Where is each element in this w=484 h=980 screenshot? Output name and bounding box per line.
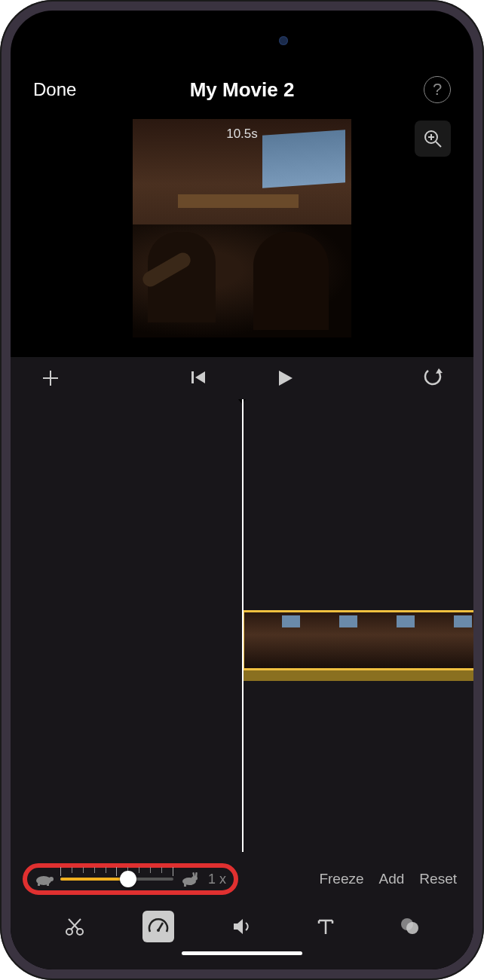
timeline[interactable] <box>11 399 473 852</box>
add-media-button[interactable] <box>41 368 60 388</box>
rabbit-icon <box>179 871 199 887</box>
speed-actions: Freeze Add Reset <box>319 871 457 887</box>
playhead[interactable] <box>242 399 244 852</box>
svg-point-31 <box>406 922 418 934</box>
help-button[interactable]: ? <box>424 76 451 103</box>
speed-controls-row: 1 x Freeze Add Reset <box>11 852 473 903</box>
svg-line-22 <box>69 919 78 930</box>
filters-icon <box>399 916 420 937</box>
text-icon <box>316 917 335 936</box>
turtle-icon <box>35 872 54 887</box>
speed-slider-control: 1 x <box>27 868 234 890</box>
audio-track[interactable] <box>242 670 473 681</box>
preview-area: 10.5s <box>11 116 473 357</box>
zoom-button[interactable] <box>415 121 451 157</box>
speed-multiplier: 1 x <box>208 872 226 887</box>
video-preview[interactable]: 10.5s <box>133 119 351 337</box>
dynamic-island <box>185 26 299 56</box>
slider-thumb[interactable] <box>120 871 136 887</box>
svg-marker-25 <box>234 919 243 934</box>
undo-button[interactable] <box>422 368 443 389</box>
svg-point-11 <box>49 877 54 881</box>
reset-speed-button[interactable]: Reset <box>419 871 457 887</box>
scissors-icon <box>64 916 85 937</box>
speed-slider[interactable] <box>60 878 173 881</box>
svg-point-24 <box>157 929 160 932</box>
undo-icon <box>422 368 443 389</box>
screen: Done My Movie 2 ? 10.5s <box>11 11 473 969</box>
titles-tool[interactable] <box>310 911 342 942</box>
speedometer-icon <box>147 915 170 938</box>
play-icon <box>275 368 295 388</box>
playback-bar <box>11 357 473 399</box>
magnifier-plus-icon <box>423 129 443 148</box>
question-icon: ? <box>433 80 442 99</box>
done-button[interactable]: Done <box>33 79 76 100</box>
svg-rect-6 <box>191 371 194 383</box>
freeze-button[interactable]: Freeze <box>319 871 363 887</box>
svg-line-1 <box>436 142 441 147</box>
speaker-icon <box>231 916 253 937</box>
svg-rect-18 <box>184 884 186 887</box>
add-speed-button[interactable]: Add <box>379 871 405 887</box>
svg-marker-9 <box>436 368 443 374</box>
filters-tool[interactable] <box>394 911 425 942</box>
top-bar: Done My Movie 2 ? <box>11 63 473 116</box>
project-title: My Movie 2 <box>190 78 295 102</box>
plus-icon <box>41 368 60 388</box>
slider-ticks <box>60 867 173 875</box>
skip-back-icon <box>189 368 207 386</box>
svg-rect-13 <box>47 884 49 886</box>
svg-line-21 <box>71 919 81 930</box>
home-indicator[interactable] <box>11 948 473 969</box>
svg-rect-12 <box>38 884 40 886</box>
speed-tool[interactable] <box>142 911 174 942</box>
duration-label: 10.5s <box>226 127 258 142</box>
cut-tool[interactable] <box>59 911 90 942</box>
audio-tool[interactable] <box>226 911 258 942</box>
svg-marker-8 <box>279 371 293 386</box>
play-button[interactable] <box>275 368 295 388</box>
svg-marker-7 <box>195 371 205 383</box>
phone-frame: Done My Movie 2 ? 10.5s <box>0 0 484 980</box>
tool-tabs <box>11 903 473 948</box>
skip-back-button[interactable] <box>189 368 207 388</box>
video-clip[interactable] <box>242 610 473 670</box>
